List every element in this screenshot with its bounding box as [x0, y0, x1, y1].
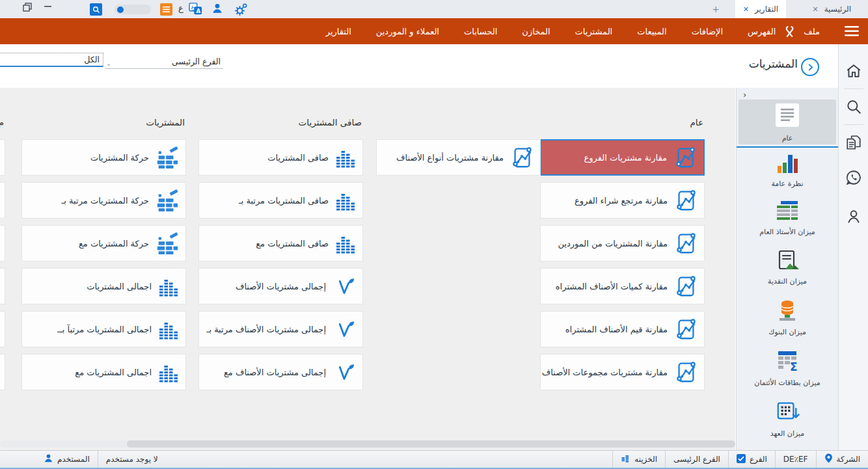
minimize-icon[interactable]: [43, 3, 53, 10]
menu-item-1[interactable]: ملف: [804, 27, 820, 36]
language-letter[interactable]: ع: [176, 3, 185, 13]
list-button[interactable]: [160, 3, 172, 16]
filter-combo[interactable]: الكل: [0, 53, 103, 67]
report-button[interactable]: مقارنة مشتريات أنواع الأصناف: [376, 139, 541, 176]
report-button[interactable]: إجمالى مشتريات الأصناف: [198, 268, 363, 304]
menu-item-5[interactable]: المشتريات: [575, 27, 613, 36]
home-icon[interactable]: [845, 62, 862, 79]
person-icon[interactable]: [845, 208, 862, 225]
search-button[interactable]: [90, 3, 102, 16]
menu-item-2[interactable]: الفهرس: [748, 27, 776, 36]
report-category-sidebar: › نظرة عامةميزان الأستاذ العامميزان النق…: [736, 88, 838, 450]
report-button-label: اجمالى المشتريات مرتبآ بــ: [57, 325, 152, 334]
menu-item-6[interactable]: المخازن: [522, 27, 550, 36]
whatsapp-icon[interactable]: [845, 169, 862, 186]
gear-icon[interactable]: [232, 3, 249, 18]
report-button-label: مقارنة قيم الأصناف المشتراه: [565, 325, 668, 334]
sidebar-item-6[interactable]: Σميزان بطاقات الأئتمان: [754, 349, 820, 387]
report-button[interactable]: اجمالى المشتريات: [21, 268, 186, 304]
reports-grid: عاممقارنة مشتريات الفروعمقارنة مرتجع شرا…: [0, 88, 735, 450]
report-button[interactable]: مقارنة مرتجع شراء الفروع: [540, 182, 705, 219]
search-icon[interactable]: [845, 98, 862, 115]
report-button[interactable]: صافى المشتريات مع: [198, 225, 363, 261]
sidebar-item-1-selected[interactable]: عام: [739, 100, 836, 144]
page-header: المشتريات الفرع الرئيسى ⌄ الكل: [0, 44, 838, 88]
menu-item-9[interactable]: التقارير: [326, 27, 351, 36]
report-button[interactable]: صافى المشتريات مرتبة بـ: [198, 182, 363, 219]
toggle-switch[interactable]: [115, 5, 151, 14]
dot-bars-icon: [157, 318, 180, 340]
rail-divider: [844, 88, 863, 89]
chart-doc-icon: [673, 145, 698, 170]
report-button[interactable]: مقارنة المشتريات من الموردين: [540, 225, 705, 261]
sidebar-item-label: نظرة عامة: [771, 180, 803, 188]
statusbar-user-cell[interactable]: المستخدم: [36, 451, 98, 468]
report-button-label: صافى المشتريات مع: [256, 239, 329, 248]
new-tab-button[interactable]: +: [709, 3, 722, 16]
statusbar-company-value[interactable]: DE٪EF: [775, 451, 816, 468]
menu-item-8[interactable]: العملاء و الموردين: [376, 27, 439, 36]
report-button[interactable]: مقارنة قيم الأصناف المشتراه: [540, 311, 705, 347]
menu-item-7[interactable]: الحسابات: [464, 27, 497, 36]
statusbar-treasury-cell[interactable]: الخزينه: [612, 451, 665, 468]
report-button[interactable]: اجمالى المشتريات مع: [21, 354, 186, 390]
sidebar-item-label: ميزان بطاقات الأئتمان: [754, 379, 820, 387]
sidebar-item-5[interactable]: ميزان البنوك: [768, 299, 806, 336]
page-title: المشتريات: [749, 57, 798, 70]
sidebar-item-7[interactable]: ميزان العهد: [770, 400, 804, 438]
report-button-clipped[interactable]: [0, 268, 5, 304]
dot-bars-icon: [157, 361, 180, 383]
sidebar-item-3[interactable]: ميزان الأستاذ العام: [759, 201, 815, 236]
report-button-clipped[interactable]: [0, 182, 5, 219]
chevron-circle-button[interactable]: [801, 58, 819, 76]
close-icon[interactable]: ✕: [743, 6, 749, 13]
user-icon[interactable]: [211, 3, 224, 14]
menu-item-3[interactable]: الإضافات: [692, 27, 723, 36]
tab-home[interactable]: الرئيسية ✕: [804, 0, 859, 18]
report-button[interactable]: حركة المشتريات مع: [21, 225, 186, 261]
report-button[interactable]: إجمالى مشتريات الأصناف مع: [198, 354, 363, 390]
restore-window-icon[interactable]: [21, 3, 33, 12]
statusbar-main-branch[interactable]: الفرع الرئيسى: [665, 451, 728, 468]
report-button-clipped[interactable]: [0, 139, 5, 176]
coins-icon: [621, 453, 631, 465]
report-button[interactable]: صافى المشتريات: [198, 139, 363, 176]
documents-icon[interactable]: [845, 134, 862, 151]
sidebar-expander-icon[interactable]: ›: [743, 90, 746, 100]
bricks-icon: [155, 145, 180, 170]
chart-doc-icon: [673, 188, 698, 213]
report-button[interactable]: مقارنة كميات الأصناف المشتراه: [540, 268, 705, 304]
report-button-label: مقارنة مشتريات مجموعات الأصناف: [542, 368, 668, 377]
report-button-clipped[interactable]: [0, 354, 5, 390]
statusbar-company-cell[interactable]: الشركة: [816, 451, 868, 468]
credit-table-icon: Σ: [776, 349, 799, 375]
sidebar-item-2[interactable]: نظرة عامة: [771, 153, 803, 188]
report-button-label: صافى المشتريات مرتبة بـ: [239, 196, 329, 206]
sidebar-item-label: ميزان النقدية: [768, 277, 807, 286]
sidebar-item-4[interactable]: ميزان النقدية: [768, 249, 807, 286]
translate-icon[interactable]: عA: [187, 3, 204, 16]
statusbar-user-value: لا يوجد مستخدم: [98, 451, 166, 468]
report-button[interactable]: اجمالى المشتريات مرتبآ بــ: [21, 311, 186, 347]
checkbox-icon[interactable]: [737, 454, 746, 465]
report-button[interactable]: حركة المشتريات: [21, 139, 186, 176]
report-button[interactable]: إجمالى مشتريات الأصناف مرتبة بـ: [198, 311, 363, 347]
chart-doc-icon: [509, 145, 534, 170]
report-button[interactable]: مقارنة مشتريات الفروع: [540, 139, 705, 176]
close-icon[interactable]: ✕: [812, 6, 818, 13]
chevron-down-icon: ⌄: [106, 60, 111, 67]
v-leaf-icon: [332, 274, 357, 299]
report-column-1: عاممقارنة مشتريات الفروعمقارنة مرتجع شرا…: [540, 88, 705, 450]
hamburger-icon[interactable]: [845, 26, 859, 36]
statusbar-branch-cell[interactable]: الفرع: [728, 451, 775, 468]
section-header: عام: [690, 117, 703, 127]
report-button-clipped[interactable]: [0, 225, 5, 261]
tab-reports[interactable]: التقارير ✕: [735, 0, 786, 18]
bank-coins-icon: [776, 299, 799, 325]
branch-combo[interactable]: الفرع الرئيسى ⌄: [105, 55, 223, 69]
report-button[interactable]: حركة المشتريات مرتبة بـ: [21, 182, 186, 219]
report-button[interactable]: مقارنة مشتريات مجموعات الأصناف: [540, 354, 705, 390]
menu-item-4[interactable]: المبيعات: [637, 27, 666, 36]
sidebar-item-label: ميزان الأستاذ العام: [759, 228, 815, 236]
report-button-clipped[interactable]: [0, 311, 5, 347]
